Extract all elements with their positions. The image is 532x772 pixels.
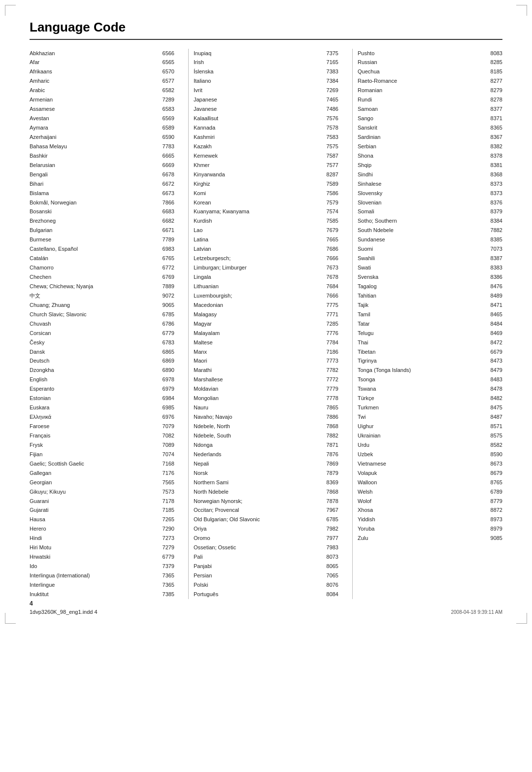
language-code: 9065: [163, 302, 174, 309]
language-code: 6979: [163, 385, 174, 393]
language-code: 7290: [163, 525, 174, 533]
language-code: 7586: [327, 190, 338, 198]
language-code: 7573: [163, 488, 174, 496]
language-code: 6682: [163, 217, 174, 225]
list-item: Bislama6673: [30, 189, 174, 198]
language-code: 7383: [327, 68, 338, 76]
language-name: Afrikaans: [30, 68, 163, 76]
language-name: Japanese: [194, 96, 327, 104]
language-code: 7784: [327, 339, 338, 347]
corner-mark-tr: [516, 5, 527, 16]
language-code: 8377: [491, 105, 502, 113]
language-code: 8378: [491, 152, 502, 160]
list-item: Gaelic; Scottish Gaelic7168: [30, 459, 174, 469]
list-item: Manx7186: [194, 347, 338, 357]
list-item: Tajik8471: [358, 301, 502, 310]
language-name: Latina: [194, 236, 327, 244]
language-name: English: [30, 376, 163, 384]
language-code: 7665: [327, 236, 338, 244]
language-name: Corsican: [30, 330, 163, 337]
list-item: Kinyarwanda8287: [194, 170, 338, 179]
language-name: Guarani: [30, 498, 163, 505]
language-name: Chamorro: [30, 264, 163, 272]
list-item: Gujarati7185: [30, 506, 174, 515]
list-item: Nepali7869: [194, 459, 338, 469]
list-item: Tigrinya8473: [358, 357, 502, 366]
list-item: Ido7379: [30, 562, 174, 571]
language-code: 6890: [163, 367, 174, 374]
list-item: Tswana8478: [358, 385, 502, 394]
language-code: 8373: [491, 190, 502, 198]
list-item: Esperanto6979: [30, 385, 174, 394]
language-name: Herero: [30, 525, 163, 533]
language-code: 8371: [491, 115, 502, 123]
footer: 4 1dvp3260K_98_eng1.indd 4 2008-04-18 9:…: [30, 600, 502, 615]
language-name: Vietnamese: [358, 460, 491, 468]
language-code: 7869: [327, 460, 338, 468]
list-item: Occitan; Provencal7967: [194, 506, 338, 515]
language-code: 7375: [327, 50, 338, 58]
language-name: Yoruba: [358, 525, 491, 533]
language-code: 8379: [491, 208, 502, 216]
language-code: 8083: [491, 50, 502, 58]
language-name: Malayalam: [194, 330, 327, 337]
list-item: Malagasy7771: [194, 310, 338, 319]
list-item: Navaho; Navajo7886: [194, 413, 338, 422]
language-name: North Ndebele: [194, 488, 327, 496]
list-item: Bashkir6665: [30, 151, 174, 161]
language-code: 7868: [327, 423, 338, 431]
language-code: 7565: [163, 479, 174, 487]
language-name: Northern Sami: [194, 479, 327, 487]
language-name: Belarusian: [30, 162, 163, 169]
language-name: Tigrinya: [358, 357, 491, 365]
language-name: Estonian: [30, 395, 163, 403]
language-code: 6869: [163, 357, 174, 365]
language-code: 8476: [491, 283, 502, 291]
language-code: 8475: [491, 404, 502, 412]
list-item: Japanese7465: [194, 96, 338, 105]
language-name: Ndebele, South: [194, 432, 327, 440]
language-code: 8287: [327, 171, 338, 179]
language-code: 7583: [327, 134, 338, 141]
language-code: 6983: [163, 245, 174, 253]
language-name: Íslenska: [194, 68, 327, 76]
language-name: Gaelic; Scottish Gaelic: [30, 460, 163, 468]
language-code: 6985: [163, 404, 174, 412]
list-item: Inupiaq7375: [194, 49, 338, 58]
list-item: Amharic6577: [30, 77, 174, 86]
list-item: Ndebele, North7868: [194, 422, 338, 432]
language-name: Pushto: [358, 50, 491, 58]
list-item: Kurdish7585: [194, 217, 338, 226]
language-name: Church Slavic; Slavonic: [30, 311, 163, 319]
language-code: 7779: [327, 385, 338, 393]
list-item: Chamorro6772: [30, 264, 174, 273]
language-name: Shona: [358, 152, 491, 160]
language-name: Kernewek: [194, 152, 327, 160]
list-item: Svenska8386: [358, 273, 502, 282]
list-item: Kashmiri7583: [194, 133, 338, 142]
language-code: 7279: [163, 544, 174, 552]
list-item: Gikuyu; Kikuyu7573: [30, 487, 174, 497]
language-code: 7577: [327, 162, 338, 169]
language-code: 7967: [327, 506, 338, 514]
language-name: Georgian: [30, 479, 163, 487]
language-name: Latvian: [194, 245, 327, 253]
language-name: Rundi: [358, 96, 491, 104]
list-item: Pali8073: [194, 553, 338, 562]
language-name: Kazakh: [194, 143, 327, 151]
language-name: Afar: [30, 59, 163, 67]
list-item: Korean7579: [194, 198, 338, 207]
list-item: Français7082: [30, 431, 174, 440]
language-code: 8979: [491, 525, 502, 533]
language-name: Russian: [358, 59, 491, 67]
language-code: 8582: [491, 441, 502, 449]
language-name: Manx: [194, 348, 327, 356]
list-item: Frysk7089: [30, 440, 174, 450]
language-name: Quechua: [358, 68, 491, 76]
list-item: Luxembourgish;7666: [194, 291, 338, 301]
language-name: Malagasy: [194, 311, 327, 319]
list-item: Brezhoneg6682: [30, 217, 174, 226]
language-name: Sango: [358, 115, 491, 123]
language-name: Maori: [194, 357, 327, 365]
list-item: Khmer7577: [194, 161, 338, 170]
